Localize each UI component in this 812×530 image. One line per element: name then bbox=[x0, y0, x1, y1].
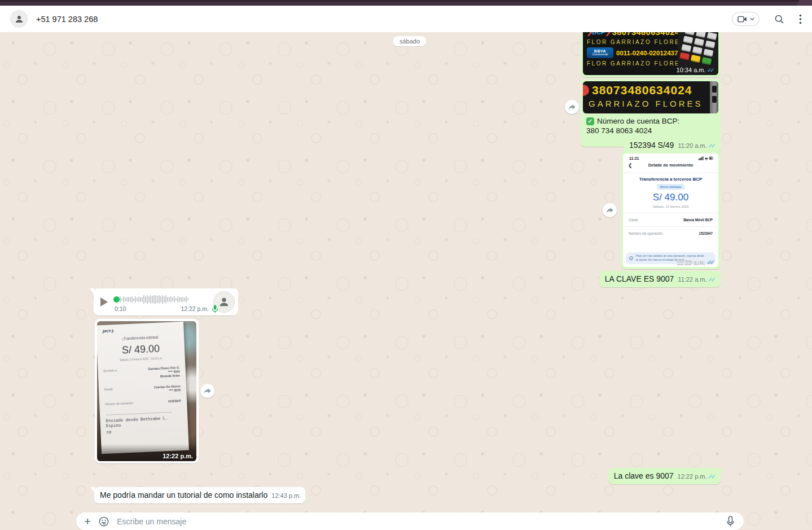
message-meta: 11:22 a.m. ✓✓ bbox=[677, 259, 715, 265]
search-button[interactable] bbox=[774, 14, 784, 24]
voice-duration: 0:10 bbox=[115, 305, 126, 312]
phone-clock: 11:21 bbox=[629, 156, 639, 160]
whatsapp-window: +51 971 283 268 sábado ❯BCP❯ 380734806 bbox=[0, 0, 812, 530]
bcp-receipt-logo: ❯BCP❯ bbox=[102, 326, 178, 333]
bcp-account-number: 38073480634024 bbox=[612, 32, 678, 37]
receipt-paper: ❯BCP❯ ¡Transferencia exitosa! S/ 49.00 S… bbox=[97, 322, 189, 454]
chevron-down-icon bbox=[750, 17, 754, 20]
screen-title: Detalle de movimiento bbox=[623, 163, 718, 168]
contact-name[interactable]: +51 971 283 268 bbox=[36, 15, 98, 24]
message-time: 11:20 a.m. bbox=[678, 142, 706, 149]
message-text: 152394 S/49 bbox=[629, 141, 674, 150]
date-divider: sábado bbox=[393, 36, 426, 46]
check-mark-emoji: ✓ bbox=[586, 117, 594, 125]
forward-button[interactable] bbox=[565, 100, 579, 114]
forward-button[interactable] bbox=[603, 203, 617, 217]
message-time: 12:22 p.m. bbox=[678, 473, 707, 480]
sender-avatar[interactable] bbox=[213, 291, 235, 313]
device-edge bbox=[710, 81, 718, 113]
message-text: Me podría mandar un tutorial de como ins… bbox=[100, 490, 267, 500]
amount-badge: Monto debitado bbox=[657, 184, 685, 190]
read-ticks-icon: ✓✓ bbox=[708, 277, 716, 283]
screen-nav: ❮ Detalle de movimiento bbox=[623, 163, 718, 170]
play-button[interactable] bbox=[100, 297, 108, 306]
message-time: 11:22 a.m. bbox=[678, 276, 706, 283]
chat-header: +51 971 283 268 bbox=[0, 6, 812, 32]
message-time: 11:22 a.m. bbox=[677, 259, 705, 265]
attach-button[interactable]: + bbox=[84, 515, 91, 527]
account-card-image[interactable]: ❯BCP❯ 38073480634024 FLOR GARRIAZO FLORE… bbox=[583, 32, 718, 75]
bubble-tail bbox=[90, 487, 95, 493]
message-tutorial-request[interactable]: Me podría mandar un tutorial de como ins… bbox=[94, 487, 305, 503]
kebab-menu-icon bbox=[799, 14, 802, 24]
back-chevron-icon: ❮ bbox=[628, 163, 633, 168]
read-ticks-icon: ✓✓ bbox=[708, 474, 716, 480]
detail-row: Número de operación 1523947 bbox=[623, 229, 718, 238]
contact-avatar[interactable] bbox=[10, 10, 28, 28]
account-photo[interactable]: 38073480634024 GARRIAZO FLORES bbox=[583, 81, 718, 113]
message-time: 12:43 p.m. bbox=[271, 492, 301, 499]
info-icon: i bbox=[629, 256, 633, 260]
bcp-logo: ❯BCP❯ bbox=[587, 32, 611, 36]
message-text: LA CLAVE ES 9007 bbox=[605, 274, 674, 283]
message-time: 10:34 a.m. bbox=[677, 67, 706, 73]
keypad bbox=[679, 32, 718, 65]
message-input[interactable] bbox=[117, 517, 719, 526]
receipt-image[interactable]: ❯BCP❯ ¡Transferencia exitosa! S/ 49.00 S… bbox=[97, 321, 196, 461]
bcp-logo-partial bbox=[583, 85, 589, 96]
read-ticks-icon: ✓✓ bbox=[708, 143, 716, 149]
bbva-logo: BBVAContinental bbox=[587, 47, 613, 58]
forward-button[interactable] bbox=[200, 384, 214, 398]
message-meta: 12:43 p.m. bbox=[271, 492, 301, 500]
phone-status-bar: 11:21 bbox=[623, 154, 718, 160]
video-camera-icon bbox=[738, 16, 747, 23]
header-actions bbox=[732, 12, 802, 26]
transfer-amount: S/ 49.00 bbox=[623, 192, 718, 203]
transfer-screenshot-image[interactable]: 11:21 ❮ Detalle de movimiento Transferen… bbox=[623, 154, 718, 267]
message-voice-note[interactable]: 0:10 12:22 p.m. bbox=[94, 288, 238, 316]
forward-icon bbox=[568, 104, 576, 111]
bubble-tail bbox=[90, 288, 94, 295]
receipt-amount: S/ 49.00 bbox=[103, 342, 179, 357]
message-account-card-image[interactable]: ❯BCP❯ 38073480634024 FLOR GARRIAZO FLORE… bbox=[581, 32, 721, 77]
message-time: 12:22 p.m. bbox=[163, 453, 193, 459]
detail-row: Canal Banca Móvil BCP bbox=[623, 215, 718, 225]
caption-line-1: Número de cuenta BCP: bbox=[597, 116, 679, 126]
transfer-type: Transferencia a terceros BCP bbox=[623, 177, 718, 182]
bubble-tail bbox=[720, 468, 725, 474]
message-meta: 10:34 a.m. ✓✓ bbox=[677, 67, 715, 73]
message-meta: 11:20 a.m. ✓✓ bbox=[678, 142, 716, 150]
message-time: 12:22 p.m. bbox=[181, 305, 209, 312]
mic-button[interactable] bbox=[726, 516, 735, 527]
chat-panel[interactable]: sábado ❯BCP❯ 38073480634024 FLOR GARRIAZ… bbox=[0, 32, 812, 530]
message-account-photo-with-caption[interactable]: 38073480634024 GARRIAZO FLORES ✓Número d… bbox=[581, 79, 721, 147]
message-transfer-screenshot[interactable]: 11:21 ❮ Detalle de movimiento Transferen… bbox=[621, 151, 721, 269]
account-holder-name: FLOR GARRIAZO FLORES bbox=[587, 39, 678, 45]
message-composer: + bbox=[76, 513, 744, 530]
message-text: La clave es 9007 bbox=[614, 471, 674, 480]
forward-icon bbox=[606, 207, 614, 214]
message-key-upper[interactable]: LA CLAVE ES 9007 11:22 a.m. ✓✓ bbox=[599, 271, 721, 287]
mic-status-icon bbox=[212, 305, 218, 313]
caption-line-2: 380 734 8063 4024 bbox=[586, 126, 715, 135]
read-ticks-icon: ✓✓ bbox=[707, 67, 715, 73]
read-ticks-icon: ✓✓ bbox=[707, 259, 715, 265]
status-icons bbox=[699, 156, 713, 160]
message-key-lower[interactable]: La clave es 9007 12:22 p.m. ✓✓ bbox=[608, 468, 721, 484]
forward-icon bbox=[204, 388, 212, 395]
message-receipt-photo[interactable]: ❯BCP❯ ¡Transferencia exitosa! S/ 49.00 S… bbox=[95, 319, 199, 463]
window-titlebar bbox=[0, 0, 812, 6]
transfer-date: Sábado, 14 febrero 2026 bbox=[623, 205, 718, 208]
account-number-large: 38073480634024 bbox=[592, 84, 692, 97]
person-icon bbox=[218, 296, 230, 308]
bbva-account-number: 0011-0240-0201243721 bbox=[616, 50, 678, 56]
search-icon bbox=[774, 14, 784, 24]
emoji-button[interactable] bbox=[98, 516, 109, 527]
video-call-button[interactable] bbox=[732, 12, 760, 26]
seek-handle[interactable] bbox=[113, 296, 120, 303]
menu-button[interactable] bbox=[799, 14, 802, 24]
message-meta: 12:22 p.m. ✓✓ bbox=[678, 473, 716, 480]
person-icon bbox=[14, 14, 24, 24]
account-holder-name-2: FLOR GARRIAZO FLORES bbox=[587, 60, 678, 67]
voice-waveform[interactable] bbox=[115, 295, 209, 304]
